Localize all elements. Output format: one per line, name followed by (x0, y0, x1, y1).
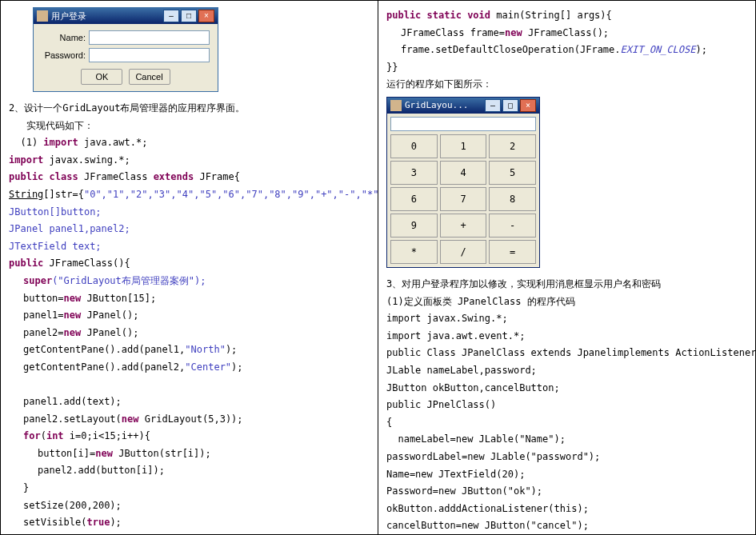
grid-title: GridLayou... (405, 100, 483, 110)
t: GridLayout(5,3)); (145, 413, 243, 425)
t: panel2= (23, 327, 64, 338)
code-line: setResizable(false); (9, 532, 370, 534)
grid-button[interactable]: 7 (440, 187, 487, 211)
code-line: panel1.add(text); (9, 393, 370, 411)
grid-button[interactable]: 9 (390, 214, 438, 238)
t: panel1= (23, 309, 64, 321)
login-body: Name: Password: OK Cancel (34, 24, 218, 91)
kw: import (43, 137, 78, 148)
login-dialog: 用户登录 – □ × Name: Password: OK Cancel (33, 7, 218, 92)
kw: new (95, 448, 118, 459)
kw: new (505, 27, 528, 38)
code-line: JPanel panel1,panel2; (9, 221, 370, 238)
name-row: Name: (42, 30, 210, 45)
code-line: panel1=new JPanel(); (9, 307, 370, 325)
login-button-row: OK Cancel (42, 66, 210, 85)
code-line: { (386, 414, 747, 432)
code-line: okButton.adddActionaListener(this); (386, 501, 747, 518)
code-line: JButton okButton,cancelButton; (386, 380, 747, 397)
kw: new (64, 293, 87, 304)
login-titlebar: 用户登录 – □ × (34, 8, 218, 24)
code-line: getContentPane().add(panel2,"Center"); (9, 359, 370, 377)
grid-button[interactable]: 6 (390, 187, 438, 211)
code-line: } (9, 480, 370, 497)
code-line: button[i]=new JButton(str[i]); (9, 445, 370, 463)
spacer (9, 377, 370, 394)
t: panel2.add(button[i]); (38, 465, 165, 476)
grid-button[interactable]: 0 (390, 134, 438, 158)
t: frame.setDefaultCloseOperation(JFrame. (401, 44, 621, 55)
grid-button[interactable]: 4 (440, 161, 487, 185)
t: JFrame{ (199, 171, 240, 182)
minimize-icon[interactable]: – (163, 10, 179, 22)
code-line: public Class JPanelClass extends Jpaneli… (386, 345, 747, 362)
t: javax.swing.*; (43, 154, 130, 166)
grid-button[interactable]: 3 (390, 161, 438, 185)
t: JFrameClass(); (528, 27, 609, 38)
t: java.awt.*; (78, 137, 148, 148)
code-line: setVisible(true); (9, 514, 370, 532)
kw: public (9, 258, 50, 269)
kw: new (122, 413, 145, 425)
t: "Center" (185, 361, 231, 373)
t: i=0;i<15;i++){ (70, 430, 150, 441)
t: ); (695, 44, 706, 55)
kw: int (46, 430, 70, 441)
code-line: setSize(200,200); (9, 497, 370, 515)
grid-button[interactable]: + (440, 214, 487, 238)
kw: extends (154, 171, 200, 182)
t: JTextField text; (9, 241, 102, 252)
text-line: 运行的程序如下图所示： (386, 76, 747, 94)
password-input[interactable] (89, 48, 210, 62)
grid-button[interactable]: = (489, 240, 536, 264)
code-line: public static void main(String[] args){ (386, 7, 747, 25)
t: ); (110, 517, 121, 528)
name-input[interactable] (89, 30, 210, 45)
code-line: JLable nameLabel,password; (386, 362, 747, 380)
password-row: Password: (42, 48, 210, 62)
grid-titlebar: GridLayou... – □ × (387, 98, 539, 114)
kw: public class (9, 171, 84, 182)
close-icon[interactable]: × (520, 99, 536, 112)
t: "0","1","2","3","4","5","6","7","8","9",… (84, 189, 378, 200)
t: JPanel(); (86, 327, 138, 338)
kw: true (86, 517, 110, 528)
right-column: public static void main(String[] args){ … (378, 1, 755, 534)
grid-button[interactable]: * (390, 240, 438, 264)
t: JButton[]button; (9, 206, 102, 218)
code-line: JTextField text; (9, 238, 370, 256)
code-line: public JFrameClass(){ (9, 255, 370, 273)
kw: public static void (386, 10, 496, 21)
kw: import (9, 154, 43, 166)
code-line: }} (386, 59, 747, 77)
minimize-icon[interactable]: – (485, 99, 501, 112)
grid-button[interactable]: - (489, 214, 536, 238)
code-line: cancelButton=new JButton("cancel"); (386, 517, 747, 534)
app-icon (390, 100, 402, 111)
maximize-icon[interactable]: □ (502, 99, 518, 112)
code-line: for(int i=0;i<15;i++){ (9, 428, 370, 445)
maximize-icon[interactable]: □ (181, 10, 197, 22)
kw: super (23, 275, 52, 286)
name-label: Name: (42, 33, 86, 42)
code-line: panel2=new JPanel(); (9, 325, 370, 342)
close-icon[interactable]: × (198, 10, 214, 22)
t: JFrameClass frame= (401, 27, 505, 38)
grid-button[interactable]: 5 (489, 161, 536, 185)
cancel-button[interactable]: Cancel (129, 69, 170, 85)
t: EXIT_ON_CLOSE (621, 44, 696, 55)
grid-textfield[interactable] (390, 117, 536, 131)
grid-button[interactable]: 1 (440, 134, 487, 158)
grid-button[interactable]: 8 (489, 187, 536, 211)
text-line: 实现代码如下： (9, 118, 370, 135)
t: panel1.add(text); (23, 396, 122, 407)
ok-button[interactable]: OK (81, 69, 122, 85)
login-title: 用户登录 (51, 10, 162, 22)
grid-buttons: 0123456789+-*/= (390, 134, 536, 264)
code-line: import javax.swing.*; (9, 152, 370, 170)
code-line: import java.awt.event.*; (386, 328, 747, 345)
code-line: getContentPane().add(panel1,"North"); (9, 341, 370, 359)
grid-button[interactable]: / (440, 240, 487, 264)
grid-button[interactable]: 2 (489, 134, 536, 158)
kw: new (64, 309, 87, 321)
